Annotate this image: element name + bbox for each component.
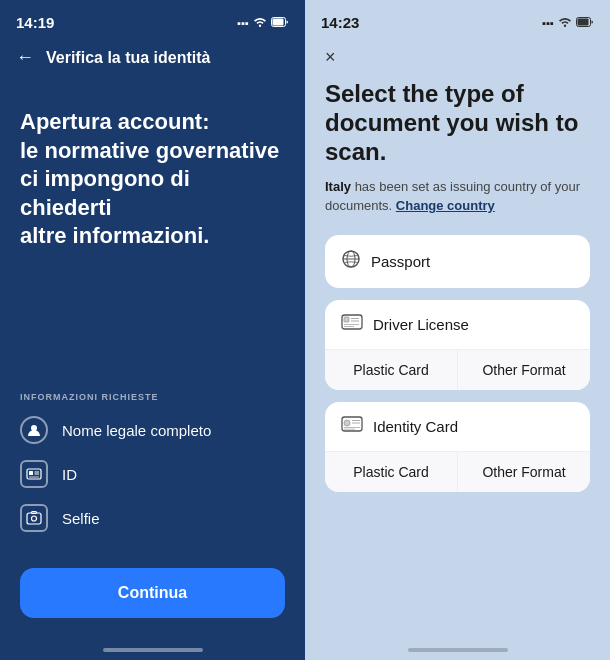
nome-label: Nome legale completo (62, 422, 211, 439)
continua-button[interactable]: Continua (20, 568, 285, 618)
right-title: Select the type of document you wish to … (325, 80, 590, 166)
signal-icon: ▪▪▪ (542, 17, 554, 29)
wifi-icon (253, 16, 267, 29)
driver-license-plastic-card[interactable]: Plastic Card (325, 350, 458, 390)
svg-point-9 (32, 516, 37, 521)
svg-rect-12 (578, 18, 589, 25)
identity-card-options: Plastic Card Other Format (325, 451, 590, 492)
country-info: Italy has been set as issuing country of… (325, 178, 590, 214)
left-status-icons: ▪▪▪ (237, 16, 289, 29)
driver-license-header: Driver License (325, 300, 590, 349)
left-page-title: Verifica la tua identità (46, 49, 211, 67)
driver-license-card: Driver License Plastic Card Other Format (325, 300, 590, 390)
right-status-bar: 14:23 ▪▪▪ (305, 0, 610, 39)
left-time: 14:19 (16, 14, 54, 31)
back-button[interactable]: ← (16, 47, 34, 68)
right-content: × Select the type of document you wish t… (305, 39, 610, 640)
identity-card-header: Identity Card (325, 402, 590, 451)
identity-card-card: Identity Card Plastic Card Other Format (325, 402, 590, 492)
svg-rect-8 (27, 513, 41, 524)
change-country-link[interactable]: Change country (396, 198, 495, 213)
driver-license-icon (341, 314, 363, 335)
passport-option[interactable]: Passport (325, 235, 590, 288)
svg-rect-17 (344, 317, 349, 322)
right-status-icons: ▪▪▪ (542, 16, 594, 29)
id-label: ID (62, 466, 77, 483)
info-section: INFORMAZIONI RICHIESTE Nome legale compl… (0, 392, 305, 568)
left-header: ← Verifica la tua identità (0, 39, 305, 84)
list-item: Selfie (20, 504, 285, 532)
passport-label: Passport (371, 253, 430, 270)
passport-card: Passport (325, 235, 590, 288)
nome-icon (20, 416, 48, 444)
info-section-label: INFORMAZIONI RICHIESTE (20, 392, 285, 402)
svg-rect-4 (29, 471, 33, 475)
left-status-bar: 14:19 ▪▪▪ (0, 0, 305, 39)
main-description: Apertura account:le normative governativ… (20, 108, 285, 251)
passport-icon (341, 249, 361, 274)
home-indicator-right (408, 648, 508, 652)
signal-icon: ▪▪▪ (237, 17, 249, 29)
driver-license-other-format[interactable]: Other Format (458, 350, 590, 390)
id-icon (20, 460, 48, 488)
home-indicator (103, 648, 203, 652)
battery-icon (271, 17, 289, 29)
list-item: ID (20, 460, 285, 488)
driver-license-label: Driver License (373, 316, 469, 333)
identity-card-icon (341, 416, 363, 437)
svg-rect-1 (273, 18, 284, 25)
close-button[interactable]: × (325, 47, 590, 68)
left-main-content: Apertura account:le normative governativ… (0, 84, 305, 392)
battery-icon (576, 17, 594, 29)
identity-card-other-format[interactable]: Other Format (458, 452, 590, 492)
wifi-icon (558, 16, 572, 29)
country-name: Italy (325, 179, 351, 194)
list-item: Nome legale completo (20, 416, 285, 444)
left-panel: 14:19 ▪▪▪ ← Verifica la tua identità Ape… (0, 0, 305, 660)
right-time: 14:23 (321, 14, 359, 31)
driver-license-options: Plastic Card Other Format (325, 349, 590, 390)
svg-point-23 (344, 420, 350, 426)
right-panel: 14:23 ▪▪▪ × Select the type of document … (305, 0, 610, 660)
selfie-icon (20, 504, 48, 532)
selfie-label: Selfie (62, 510, 100, 527)
identity-card-plastic-card[interactable]: Plastic Card (325, 452, 458, 492)
identity-card-label: Identity Card (373, 418, 458, 435)
